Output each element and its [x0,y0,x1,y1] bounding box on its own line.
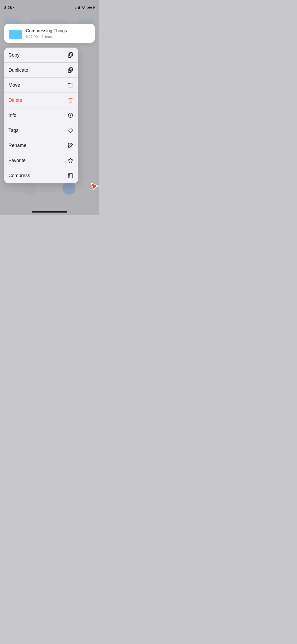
folder-info: Compressing Things 8:27 PM · 6 items [26,28,87,38]
menu-label-move: Move [8,82,20,88]
svg-rect-8 [69,99,72,102]
svg-point-12 [70,114,71,114]
status-icons [76,6,94,10]
move-icon [67,82,74,89]
info-icon [67,112,74,119]
menu-item-rename[interactable]: Rename [4,138,78,153]
menu-item-tags[interactable]: Tags [4,123,78,138]
star-icon [67,157,74,164]
menu-label-tags: Tags [8,128,18,133]
battery-icon [87,6,94,9]
svg-rect-2 [69,53,72,56]
menu-item-favorite[interactable]: Favorite [4,153,78,168]
wifi-icon [81,6,86,10]
menu-item-compress[interactable]: Compress [4,168,78,183]
duplicate-icon [67,67,74,73]
svg-point-13 [69,129,70,130]
location-icon: ▸ [13,6,15,9]
menu-item-duplicate[interactable]: Duplicate [4,63,78,78]
menu-label-favorite: Favorite [8,158,26,163]
menu-label-info: Info [8,113,16,118]
menu-label-delete: Delete [8,98,22,103]
menu-label-rename: Rename [8,143,26,148]
menu-label-duplicate: Duplicate [8,67,28,73]
home-indicator [32,211,67,213]
svg-rect-3 [68,54,71,57]
svg-marker-15 [68,158,73,163]
svg-marker-22 [91,183,99,190]
folder-card[interactable]: Compressing Things 8:27 PM · 6 items › [4,24,95,43]
svg-rect-14 [68,143,72,147]
rename-icon [67,142,74,149]
copy-icon [67,52,74,58]
folder-name: Compressing Things [26,28,87,34]
menu-item-delete[interactable]: Delete [4,93,78,108]
signal-icon [76,6,80,9]
status-time: 8:28 [4,5,12,10]
menu-label-copy: Copy [8,52,20,58]
menu-label-compress: Compress [8,173,30,178]
compress-icon [67,172,74,179]
status-bar: 8:28 ▸ [0,0,99,12]
menu-item-move[interactable]: Move [4,78,78,93]
folder-icon [8,27,23,39]
trash-icon [67,97,74,104]
folder-meta: 8:27 PM · 6 items [26,35,87,39]
context-menu: Copy Duplicate Move Del [4,48,78,183]
tag-icon [67,127,74,134]
folder-chevron: › [89,31,91,36]
menu-item-copy[interactable]: Copy [4,48,78,63]
menu-item-info[interactable]: Info [4,108,78,123]
